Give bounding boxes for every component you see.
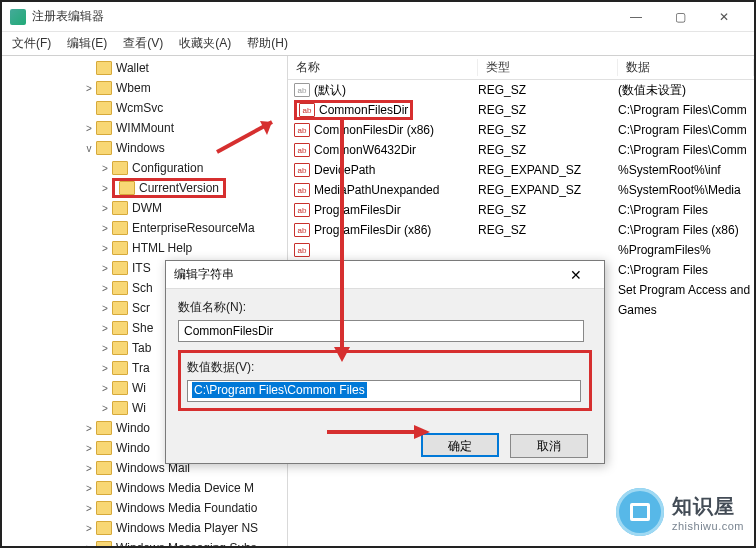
value-data-input[interactable] [187, 380, 581, 402]
list-row[interactable]: abCommonFilesDirREG_SZC:\Program Files\C… [288, 100, 754, 120]
list-row[interactable]: abProgramFilesDirREG_SZC:\Program Files [288, 200, 754, 220]
close-button[interactable]: ✕ [702, 3, 746, 31]
list-row[interactable]: ab(默认)REG_SZ(数值未设置) [288, 80, 754, 100]
tree-item[interactable]: >WIMMount [2, 118, 287, 138]
menu-view[interactable]: 查看(V) [115, 35, 171, 52]
value-name-input[interactable] [178, 320, 584, 342]
tree-item[interactable]: >Windows Media Player NS [2, 518, 287, 538]
col-type[interactable]: 类型 [478, 59, 618, 76]
tree-item[interactable]: >Configuration [2, 158, 287, 178]
menu-file[interactable]: 文件(F) [4, 35, 59, 52]
tree-item[interactable]: >HTML Help [2, 238, 287, 258]
value-data-label: 数值数据(V): [187, 359, 583, 376]
window-title: 注册表编辑器 [32, 8, 614, 25]
list-row[interactable]: abProgramFilesDir (x86)REG_SZC:\Program … [288, 220, 754, 240]
menu-edit[interactable]: 编辑(E) [59, 35, 115, 52]
tree-item[interactable]: >DWM [2, 198, 287, 218]
list-header: 名称 类型 数据 [288, 56, 754, 80]
edit-string-dialog: 编辑字符串 ✕ 数值名称(N): 数值数据(V): C:\Program Fil… [165, 260, 605, 464]
tree-item[interactable]: >CurrentVersion [2, 178, 287, 198]
maximize-button[interactable]: ▢ [658, 3, 702, 31]
menu-favorites[interactable]: 收藏夹(A) [171, 35, 239, 52]
titlebar: 注册表编辑器 — ▢ ✕ [2, 2, 754, 32]
tree-item[interactable]: >Windows Media Foundatio [2, 498, 287, 518]
tree-item[interactable]: vWindows [2, 138, 287, 158]
cancel-button[interactable]: 取消 [510, 434, 588, 458]
dialog-title: 编辑字符串 [174, 266, 556, 283]
list-row[interactable]: ab%ProgramFiles% [288, 240, 754, 260]
menu-help[interactable]: 帮助(H) [239, 35, 296, 52]
col-name[interactable]: 名称 [288, 59, 478, 76]
menubar: 文件(F) 编辑(E) 查看(V) 收藏夹(A) 帮助(H) [2, 32, 754, 56]
value-name-label: 数值名称(N): [178, 299, 592, 316]
list-row[interactable]: abCommonFilesDir (x86)REG_SZC:\Program F… [288, 120, 754, 140]
value-data-highlight: 数值数据(V): C:\Program Files\Common Files [178, 350, 592, 411]
tree-item[interactable]: >Windows Media Device M [2, 478, 287, 498]
list-row[interactable]: abMediaPathUnexpandedREG_EXPAND_SZ%Syste… [288, 180, 754, 200]
dialog-close-button[interactable]: ✕ [556, 267, 596, 283]
list-row[interactable]: abCommonW6432DirREG_SZC:\Program Files\C… [288, 140, 754, 160]
app-icon [10, 9, 26, 25]
col-data[interactable]: 数据 [618, 59, 754, 76]
tree-item[interactable]: Wallet [2, 58, 287, 78]
tree-item[interactable]: >EnterpriseResourceMa [2, 218, 287, 238]
tree-item[interactable]: WcmSvc [2, 98, 287, 118]
watermark: 知识屋 zhishiwu.com [616, 488, 744, 536]
list-row[interactable]: abDevicePathREG_EXPAND_SZ%SystemRoot%\in… [288, 160, 754, 180]
minimize-button[interactable]: — [614, 3, 658, 31]
watermark-url: zhishiwu.com [672, 520, 744, 532]
ok-button[interactable]: 确定 [421, 433, 499, 457]
tree-item[interactable]: >Wbem [2, 78, 287, 98]
watermark-icon [616, 488, 664, 536]
tree-item[interactable]: >Windows Messaging Subs [2, 538, 287, 546]
watermark-text: 知识屋 [672, 493, 744, 520]
